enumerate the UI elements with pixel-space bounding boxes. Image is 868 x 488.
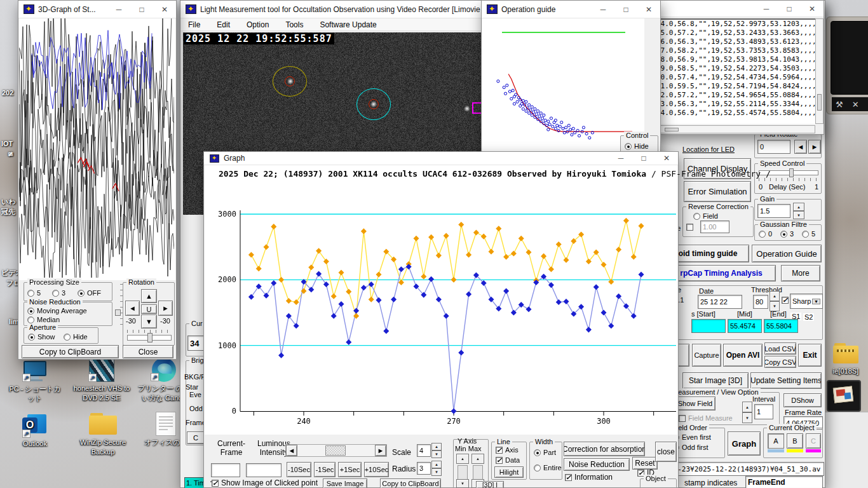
save-image-button[interactable]: Save Image: [323, 478, 367, 488]
minimize-icon[interactable]: ─: [755, 1, 778, 17]
minimize-icon[interactable]: ─: [107, 1, 130, 18]
gain-spinner[interactable]: ▲▼: [793, 203, 804, 219]
scroll-right-icon[interactable]: ►: [375, 445, 386, 456]
object-b-button[interactable]: B: [787, 433, 803, 449]
rotate-up-icon[interactable]: ▲: [141, 289, 157, 303]
menu-file[interactable]: File: [188, 20, 200, 29]
minus-10sec-button[interactable]: -10Sec: [287, 462, 311, 477]
field-radio[interactable]: Field: [693, 212, 718, 220]
sharp-checkbox[interactable]: [782, 297, 789, 304]
time-list-selected[interactable]: 1. Tim: [184, 477, 204, 488]
object-a-button[interactable]: A: [768, 433, 784, 449]
field-rotate-value[interactable]: 0: [757, 140, 790, 154]
frame-scrollbar[interactable]: ◄ ►: [285, 444, 387, 457]
rotate-reset-button[interactable]: U: [141, 304, 157, 314]
show-image-checkbox[interactable]: Show Image of Clicked point: [212, 478, 318, 487]
load-csv-button[interactable]: Load CSV: [764, 342, 796, 355]
rotate-right-icon[interactable]: ►: [158, 301, 173, 316]
hide-radio[interactable]: Hide: [625, 142, 649, 150]
size-5-radio[interactable]: 5: [27, 289, 41, 297]
csv-hscrollbar[interactable]: [656, 125, 815, 133]
current-frame-field[interactable]: [211, 463, 240, 477]
frame-scroll-thumb[interactable]: [325, 445, 346, 456]
copy-clipboard-button[interactable]: Copy to ClipBoard: [380, 478, 441, 488]
scroll-left-icon[interactable]: ◄: [286, 445, 297, 456]
radius-field[interactable]: 3: [417, 462, 431, 475]
copy-clipboard-3d-button[interactable]: Copy to ClipBoard: [22, 345, 119, 358]
tools-icon[interactable]: ⚒: [836, 100, 843, 109]
maximize-icon[interactable]: □: [632, 152, 655, 165]
close-icon[interactable]: ✕: [852, 100, 859, 109]
timing-guide-button[interactable]: oid timing guide: [667, 245, 749, 262]
csv-hscroll-thumb[interactable]: [665, 128, 679, 132]
plus-10sec-button[interactable]: +10Sec: [364, 462, 389, 477]
interval-spinner[interactable]: ▲▼: [742, 402, 752, 423]
show-field-button[interactable]: Show Field: [675, 396, 715, 410]
operation-guide-titlebar[interactable]: Operation guide ─ □ ✕: [482, 1, 660, 18]
sure-checkbox[interactable]: [686, 224, 693, 231]
copy-csv-button[interactable]: Copy CSV: [764, 356, 796, 368]
noise-reduction-button[interactable]: Noise Reduction: [564, 458, 630, 471]
sharpcap-timing-button[interactable]: rpCap Timing Analysis: [667, 265, 776, 281]
radius-spinner[interactable]: ▲▼: [431, 461, 442, 476]
part-radio[interactable]: Part: [534, 449, 556, 456]
median-radio[interactable]: Median: [27, 316, 60, 323]
desktop-icon-photos[interactable]: [824, 380, 864, 414]
close-icon[interactable]: ✕: [153, 1, 176, 18]
entire-radio[interactable]: Entire: [534, 464, 562, 471]
field-measure-checkbox[interactable]: Field Measure: [679, 414, 733, 422]
close-icon[interactable]: ✕: [655, 152, 678, 165]
gaussian-0-radio[interactable]: 0: [759, 230, 772, 238]
rotate-left-icon[interactable]: ◄: [125, 301, 140, 316]
size-off-radio[interactable]: OFF: [78, 289, 101, 297]
rotate-left-button[interactable]: ◄: [794, 140, 807, 154]
light-curve-chart[interactable]: [205, 180, 677, 434]
ymax-up[interactable]: ▲: [471, 454, 484, 464]
size-3-radio[interactable]: 3: [52, 289, 65, 297]
reset-button[interactable]: Reset: [632, 457, 658, 470]
ymin-up[interactable]: ▲: [456, 454, 469, 464]
dshow-button[interactable]: DShow: [783, 393, 822, 407]
close-graph-button[interactable]: close: [655, 442, 677, 462]
strip-button-c[interactable]: C: [187, 431, 205, 444]
information-checkbox[interactable]: Information: [565, 473, 613, 482]
sharp-dropdown[interactable]: Sharp▼: [790, 294, 823, 309]
correction-absorption-button[interactable]: Correction for absorption: [564, 442, 645, 456]
reverse-value-field[interactable]: 1.00: [700, 220, 729, 233]
led-location-label[interactable]: Location for LED: [682, 146, 735, 153]
menu-tools[interactable]: Tools: [285, 20, 303, 29]
threed-intensity-button[interactable]: [3D] I: [476, 481, 504, 488]
desktop-icon-zip-right[interactable]: ie[018S]: [824, 343, 868, 376]
scale-field[interactable]: 4: [417, 444, 431, 457]
aperture-hide-radio[interactable]: Hide: [64, 333, 88, 341]
vertical-slider-thumb[interactable]: [115, 309, 121, 316]
error-simulation-button[interactable]: Error Simulation: [684, 181, 751, 202]
star-image-3d-button[interactable]: Star Image [3D]: [682, 372, 749, 389]
desktop-icon-pc[interactable]: ↗ PC - ショートカット: [6, 361, 64, 403]
start-value-field[interactable]: [691, 319, 726, 333]
speed-slider-thumb[interactable]: [789, 168, 794, 177]
stamp-value-field[interactable]: FrameEnd: [745, 476, 823, 488]
gaussian-5-radio[interactable]: 5: [802, 230, 815, 238]
minimize-icon[interactable]: ─: [609, 152, 632, 165]
maximize-icon[interactable]: □: [614, 1, 637, 18]
menu-software-update[interactable]: Software Update: [320, 20, 376, 29]
desktop-icon-winzip[interactable]: WinZip Secure Backup: [70, 413, 136, 457]
graph-titlebar[interactable]: Graph ─ □ ✕: [204, 152, 678, 165]
threshold-field[interactable]: 80: [753, 295, 768, 309]
csv-vscrollbar[interactable]: [815, 18, 824, 124]
rotate-down-icon[interactable]: ▼: [141, 315, 157, 329]
desktop-icon-vhs[interactable]: ↗ honestech VHS to DVD 2.5 SE: [67, 358, 137, 403]
more-button[interactable]: More: [781, 265, 820, 281]
update-setting-items-button[interactable]: Update Setting Items: [750, 372, 822, 389]
minimize-icon[interactable]: ─: [592, 1, 614, 18]
operation-guide-button[interactable]: Operation Guide: [752, 245, 822, 262]
graph-button[interactable]: Graph: [728, 431, 761, 456]
close-3d-button[interactable]: Close: [123, 345, 173, 358]
rotation-slider-thumb[interactable]: [147, 333, 153, 342]
object-c-button[interactable]: C: [806, 433, 821, 449]
luminous-intensity-field[interactable]: [246, 463, 281, 477]
menu-option[interactable]: Option: [247, 20, 269, 29]
ymin-down[interactable]: ▼: [456, 479, 469, 488]
rotate-right-button[interactable]: ►: [808, 140, 821, 154]
